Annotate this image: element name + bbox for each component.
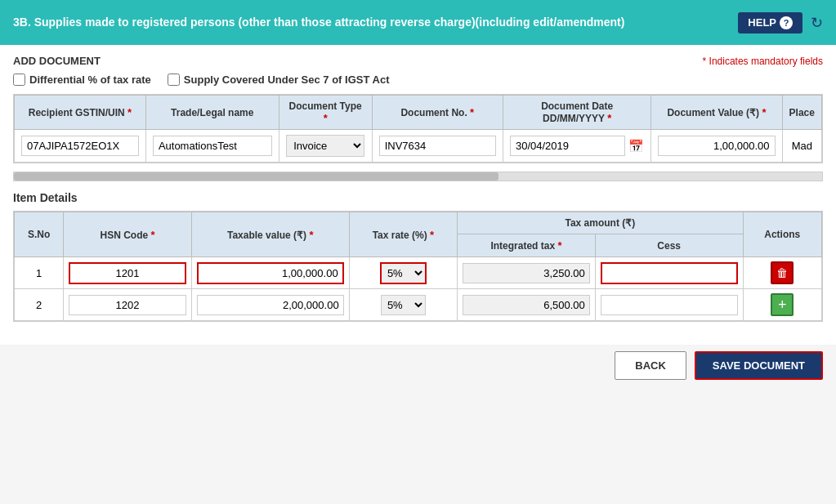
back-button[interactable]: BACK (615, 351, 686, 380)
cell-gstin (15, 130, 146, 163)
cell-doc-date: 📅 (503, 130, 650, 163)
help-label: HELP (748, 16, 776, 29)
differential-tax-checkbox-label[interactable]: Differential % of tax rate (13, 74, 151, 86)
integrated-input-1[interactable] (463, 263, 590, 283)
item-details-title: Item Details (13, 191, 823, 204)
help-icon: ? (780, 16, 793, 29)
doc-table-header-row: Recipient GSTIN/UIN * Trade/Legal name D… (15, 96, 822, 130)
header-actions: HELP ? ↻ (738, 12, 823, 33)
horizontal-scrollbar[interactable] (13, 172, 823, 181)
hsn-2 (64, 289, 192, 321)
scrollbar-thumb (14, 172, 498, 181)
cess-1 (595, 257, 743, 289)
calendar-icon[interactable]: 📅 (628, 139, 644, 154)
cess-2 (595, 289, 743, 321)
item-table-header-row-1: S.No HSN Code * Taxable value (₹) * Tax … (15, 212, 822, 234)
checkboxes-row: Differential % of tax rate Supply Covere… (13, 74, 823, 86)
taxable-input-2[interactable] (197, 295, 344, 315)
action-1: 🗑 (743, 257, 821, 289)
hsn-1 (64, 257, 192, 289)
cell-doc-type: Invoice Credit Note Debit Note (279, 130, 372, 163)
document-table: Recipient GSTIN/UIN * Trade/Legal name D… (14, 95, 822, 163)
cell-place: Mad (782, 130, 821, 163)
page-header: 3B. Supplies made to registered persons … (0, 0, 836, 45)
taxable-1 (191, 257, 349, 289)
gstin-input[interactable] (21, 136, 139, 156)
differential-tax-checkbox[interactable] (13, 74, 25, 86)
doc-date-input[interactable] (510, 136, 625, 156)
taxrate-1: 5% 12% 18% 28% (349, 257, 458, 289)
add-button-2[interactable]: + (771, 293, 794, 316)
integrated-2 (458, 289, 596, 321)
cess-input-2[interactable] (601, 295, 738, 315)
integrated-1 (458, 257, 596, 289)
item-row-2: 2 5% 12% 18% 28% (15, 289, 822, 321)
taxrate-2: 5% 12% 18% 28% (349, 289, 458, 321)
doc-type-select[interactable]: Invoice Credit Note Debit Note (286, 135, 364, 157)
add-document-label: ADD DOCUMENT (13, 55, 101, 67)
sno-2: 2 (15, 289, 64, 321)
item-table: S.No HSN Code * Taxable value (₹) * Tax … (14, 212, 822, 321)
col-trade-name: Trade/Legal name (145, 96, 279, 130)
cess-input-1[interactable] (601, 262, 738, 284)
mandatory-note: * Indicates mandatory fields (703, 56, 823, 67)
taxable-input-1[interactable] (197, 262, 344, 284)
supply-covered-checkbox[interactable] (168, 74, 180, 86)
save-document-button[interactable]: SAVE DOCUMENT (695, 351, 823, 380)
cell-doc-no (372, 130, 503, 163)
doc-no-input[interactable] (379, 136, 496, 156)
col-sno: S.No (15, 212, 64, 257)
col-actions: Actions (743, 212, 821, 257)
cell-doc-value (651, 130, 782, 163)
col-taxable: Taxable value (₹) * (191, 212, 349, 257)
col-tax-amount-header: Tax amount (₹) (458, 212, 743, 234)
item-row-1: 1 5% 12% 18% 28% (15, 257, 822, 289)
supply-covered-label: Supply Covered Under Sec 7 of IGST Act (184, 74, 390, 86)
hsn-input-1[interactable] (69, 262, 186, 284)
integrated-input-2[interactable] (463, 295, 590, 315)
supply-covered-checkbox-label[interactable]: Supply Covered Under Sec 7 of IGST Act (168, 74, 390, 86)
differential-tax-label: Differential % of tax rate (29, 74, 151, 86)
taxrate-select-1[interactable]: 5% 12% 18% 28% (380, 262, 427, 284)
action-2: + (743, 289, 821, 321)
col-taxrate: Tax rate (%) * (349, 212, 458, 257)
cell-trade-name (145, 130, 279, 163)
footer-buttons: BACK SAVE DOCUMENT (0, 345, 836, 386)
sno-1: 1 (15, 257, 64, 289)
col-doc-type: Document Type * (279, 96, 372, 130)
hsn-input-2[interactable] (69, 295, 186, 315)
col-gstin: Recipient GSTIN/UIN * (15, 96, 146, 130)
main-content: ADD DOCUMENT * Indicates mandatory field… (0, 45, 836, 345)
col-integrated-tax: Integrated tax * (458, 234, 596, 257)
delete-button-1[interactable]: 🗑 (771, 261, 794, 284)
taxable-2 (191, 289, 349, 321)
add-document-bar: ADD DOCUMENT * Indicates mandatory field… (13, 55, 823, 67)
col-place: Place (782, 96, 821, 130)
page-title: 3B. Supplies made to registered persons … (13, 15, 624, 31)
trade-name-input[interactable] (153, 136, 272, 156)
taxrate-select-2[interactable]: 5% 12% 18% 28% (381, 295, 426, 315)
col-hsn: HSN Code * (64, 212, 192, 257)
col-doc-date: Document DateDD/MM/YYYY * (503, 96, 650, 130)
help-button[interactable]: HELP ? (738, 12, 802, 33)
doc-value-input[interactable] (658, 136, 775, 156)
col-doc-value: Document Value (₹) * (651, 96, 782, 130)
refresh-icon[interactable]: ↻ (811, 14, 823, 32)
document-table-wrapper: Recipient GSTIN/UIN * Trade/Legal name D… (13, 94, 823, 163)
place-value: Mad (792, 140, 812, 152)
item-table-wrapper: S.No HSN Code * Taxable value (₹) * Tax … (13, 211, 823, 322)
col-doc-no: Document No. * (372, 96, 503, 130)
col-cess: Cess (595, 234, 743, 257)
doc-table-row: Invoice Credit Note Debit Note 📅 (15, 130, 822, 163)
